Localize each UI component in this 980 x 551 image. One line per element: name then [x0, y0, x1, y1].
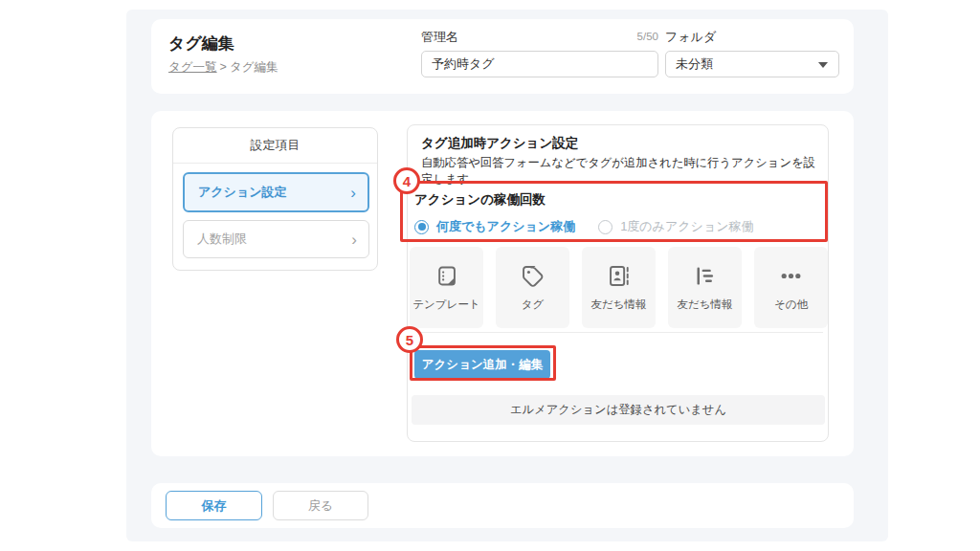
dropdown-arrow-icon: [818, 62, 828, 68]
action-type-label: その他: [774, 298, 808, 312]
radio-label: 何度でもアクション稼働: [436, 218, 575, 235]
folder-field-label: フォルダ: [665, 29, 716, 46]
annotation-step5-number: 5: [406, 332, 413, 348]
char-counter: 5/50: [421, 31, 658, 42]
header-card: タグ編集 タグ一覧>タグ編集 管理名 5/50 フォルダ 未分類: [151, 19, 854, 94]
contact-card-icon: [606, 263, 632, 289]
action-type-tag[interactable]: タグ: [496, 247, 569, 328]
action-type-friend-info[interactable]: 友だち情報: [582, 247, 656, 328]
action-type-template[interactable]: テンプレート: [410, 247, 483, 328]
add-edit-action-button[interactable]: アクション追加・編集: [414, 350, 550, 379]
tag-icon: [520, 263, 546, 289]
ellipsis-icon: [778, 263, 804, 289]
action-type-label: テンプレート: [412, 298, 479, 312]
run-count-radio-group: 何度でもアクション稼働 1度のみアクション稼働: [414, 218, 754, 235]
empty-actions-message: エルメアクションは登録されていません: [412, 395, 825, 425]
folder-select[interactable]: 未分類: [665, 51, 839, 77]
footer-bar: 保存 戻る: [151, 483, 854, 528]
app-root: タグ編集 タグ一覧>タグ編集 管理名 5/50 フォルダ 未分類 設定項目 アク…: [0, 0, 980, 551]
action-type-friend-info-2[interactable]: 友だち情報: [668, 247, 742, 328]
sidebar-title: 設定項目: [173, 128, 377, 164]
radio-run-once[interactable]: 1度のみアクション稼働: [598, 218, 753, 235]
chevron-right-icon: ›: [351, 231, 357, 248]
panel-description: 自動応答や回答フォームなどでタグが追加された時に行うアクションを設定します。: [421, 155, 823, 187]
breadcrumb-current: タグ編集: [230, 60, 278, 74]
panel-divider: [412, 332, 823, 333]
breadcrumb: タグ一覧>タグ編集: [168, 59, 278, 76]
page-title: タグ編集: [168, 33, 234, 55]
name-input[interactable]: [421, 51, 658, 77]
action-type-cards: テンプレート タグ 友だち情報: [410, 247, 831, 328]
action-type-other[interactable]: その他: [754, 247, 828, 328]
radio-label: 1度のみアクション稼働: [620, 218, 753, 235]
panel-title: タグ追加時アクション設定: [421, 135, 578, 152]
folder-select-value: 未分類: [676, 55, 713, 73]
run-count-label: アクションの稼働回数: [414, 191, 546, 209]
chevron-right-icon: ›: [350, 185, 356, 201]
save-button[interactable]: 保存: [166, 491, 262, 520]
radio-unselected-icon: [598, 220, 612, 234]
breadcrumb-link-tag-list[interactable]: タグ一覧: [168, 60, 217, 74]
sidebar-item-label: アクション設定: [198, 184, 287, 201]
action-type-label: タグ: [522, 298, 545, 312]
list-tree-icon: [692, 263, 718, 289]
settings-sidebar: 設定項目 アクション設定 › 人数制限 ›: [172, 127, 378, 271]
template-icon: [434, 263, 459, 289]
sidebar-item-member-limit[interactable]: 人数制限 ›: [183, 220, 369, 258]
radio-run-every-time[interactable]: 何度でもアクション稼働: [414, 218, 575, 235]
annotation-step4-number: 4: [403, 173, 411, 189]
annotation-step5-badge: 5: [396, 326, 423, 353]
action-type-label: 友だち情報: [590, 298, 646, 312]
annotation-step4-badge: 4: [393, 167, 420, 194]
action-type-label: 友だち情報: [677, 298, 732, 312]
sidebar-item-label: 人数制限: [197, 231, 247, 248]
sidebar-item-action-settings[interactable]: アクション設定 ›: [183, 172, 369, 212]
breadcrumb-separator: >: [220, 60, 227, 74]
back-button[interactable]: 戻る: [273, 491, 368, 520]
radio-selected-icon: [414, 220, 429, 234]
